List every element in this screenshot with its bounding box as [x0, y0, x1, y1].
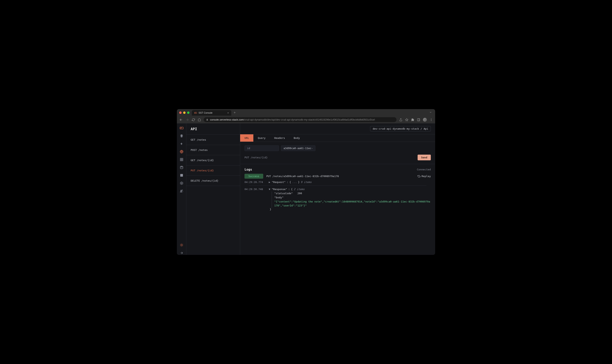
- browser-toolbar: console.serverless-stack.com/crud-api-dy…: [177, 116, 435, 123]
- tab-headers[interactable]: Headers: [270, 134, 289, 142]
- tables-icon[interactable]: [180, 157, 184, 161]
- lock-icon: [206, 118, 208, 121]
- collapse-icon[interactable]: [180, 251, 184, 255]
- page-title: API: [186, 123, 240, 135]
- replay-button[interactable]: Replay: [418, 175, 431, 178]
- svg-point-10: [180, 190, 182, 191]
- tabs-menu-icon[interactable]: [429, 111, 432, 115]
- svg-point-3: [431, 118, 432, 119]
- url-text: console.serverless-stack.com/crud-api-dy…: [210, 118, 375, 121]
- route-item-delete-notes-id[interactable]: DELETE /notes/{id}: [186, 176, 240, 186]
- cognito-icon[interactable]: [180, 189, 184, 193]
- svg-rect-2: [417, 118, 420, 121]
- titlebar: SST Console × +: [177, 109, 435, 116]
- log-request-path: PUT /notes/a3d99ca0-aa61-11ec-832b-d7008…: [266, 175, 414, 178]
- main-header: dev-crud-api-dynamodb-my-stack / Api: [240, 123, 435, 134]
- tab-body[interactable]: Body: [289, 134, 304, 142]
- route-item-post-notes[interactable]: POST /notes: [186, 145, 240, 155]
- menu-icon[interactable]: [430, 118, 433, 121]
- tab-url[interactable]: URL: [240, 134, 253, 142]
- reload-button[interactable]: [192, 118, 195, 121]
- logs-header: Logs Connected: [240, 164, 435, 174]
- route-item-put-notes-id[interactable]: PUT /notes/{id}: [186, 166, 240, 176]
- svg-rect-8: [180, 158, 183, 161]
- browser-window: SST Console × + console.serverless-stack…: [177, 109, 435, 255]
- close-window-icon[interactable]: [179, 112, 182, 114]
- log-line-response[interactable]: 04:29:30.748 ▼ "Response" : { 2 items: [245, 188, 431, 191]
- new-tab-button[interactable]: +: [234, 111, 236, 115]
- database-icon[interactable]: [180, 166, 184, 169]
- tab-query[interactable]: Query: [253, 134, 270, 142]
- close-tab-icon[interactable]: ×: [227, 111, 229, 115]
- svg-rect-0: [194, 112, 197, 114]
- log-request-summary: Success PUT /notes/a3d99ca0-aa61-11ec-83…: [240, 174, 435, 179]
- minimize-window-icon[interactable]: [183, 112, 186, 114]
- theme-toggle-icon[interactable]: [180, 243, 184, 247]
- tab-title: SST Console: [199, 112, 212, 114]
- buckets-icon[interactable]: [180, 173, 184, 177]
- profile-avatar[interactable]: [423, 118, 427, 122]
- stacks-icon[interactable]: [180, 134, 184, 138]
- log-response-body: "statusCode" : 200 "body" : "{"content":…: [272, 192, 431, 208]
- log-timestamp: 04:29:30.748: [245, 188, 263, 191]
- send-button[interactable]: Send: [418, 155, 431, 160]
- browser-tab[interactable]: SST Console ×: [192, 110, 231, 116]
- send-row: PUT /notes/{id} Send: [240, 155, 435, 164]
- param-key-input[interactable]: [245, 145, 279, 151]
- svg-rect-1: [207, 119, 208, 120]
- svg-point-5: [431, 120, 432, 121]
- share-icon[interactable]: [399, 118, 402, 121]
- extensions-icon[interactable]: [411, 118, 414, 121]
- status-badge: Success: [245, 174, 263, 179]
- log-line-request[interactable]: 04:29:28.774 ▶ "Request" : {...} 9 items: [245, 181, 431, 183]
- request-path: PUT /notes/{id}: [245, 156, 268, 159]
- log-timestamp: 04:29:28.774: [245, 181, 263, 183]
- maximize-window-icon[interactable]: [187, 112, 190, 114]
- json-close-brace: }: [270, 208, 431, 211]
- param-value-input[interactable]: [281, 145, 315, 151]
- connection-status: Connected: [417, 168, 431, 171]
- route-item-get-notes-id[interactable]: GET /notes/{id}: [186, 155, 240, 166]
- forward-button[interactable]: [186, 118, 189, 121]
- svg-point-12: [181, 244, 182, 246]
- address-bar[interactable]: console.serverless-stack.com/crud-api-dy…: [204, 117, 396, 122]
- graphql-icon[interactable]: [180, 181, 184, 185]
- collapse-caret-icon[interactable]: ▼: [269, 188, 271, 191]
- divider: [249, 185, 426, 186]
- logs-title: Logs: [245, 168, 252, 171]
- route-item-get-notes[interactable]: GET /notes: [186, 135, 240, 145]
- request-tabs: URL Query Headers Body: [240, 134, 435, 142]
- main-panel: dev-crud-api-dynamodb-my-stack / Api URL…: [240, 123, 435, 255]
- svg-point-9: [180, 166, 183, 167]
- svg-point-11: [182, 190, 183, 191]
- expand-caret-icon[interactable]: ▶: [269, 181, 271, 183]
- logo-icon[interactable]: [180, 126, 184, 130]
- params-row: [240, 142, 435, 155]
- api-icon[interactable]: [180, 150, 184, 154]
- home-button[interactable]: [198, 118, 201, 121]
- replay-icon: [418, 175, 420, 178]
- svg-rect-6: [180, 127, 183, 129]
- log-detail: 04:29:28.774 ▶ "Request" : {...} 9 items…: [240, 179, 435, 211]
- panel-icon[interactable]: [417, 118, 420, 121]
- replay-label: Replay: [422, 175, 431, 178]
- stack-badge[interactable]: dev-crud-api-dynamodb-my-stack / Api: [370, 126, 431, 131]
- iconbar: [177, 123, 186, 255]
- back-button[interactable]: [179, 118, 183, 121]
- app: API GET /notes POST /notes GET /notes/{i…: [177, 123, 435, 255]
- traffic-lights: [179, 112, 190, 114]
- tab-favicon-icon: [194, 112, 197, 114]
- route-list: API GET /notes POST /notes GET /notes/{i…: [186, 123, 240, 255]
- functions-icon[interactable]: [180, 142, 184, 146]
- svg-point-4: [431, 119, 432, 120]
- bookmark-icon[interactable]: [405, 118, 408, 121]
